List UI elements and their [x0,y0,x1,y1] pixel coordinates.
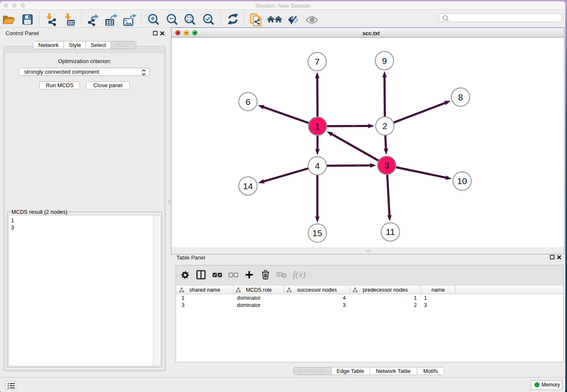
svg-text:4: 4 [315,161,320,171]
svg-text:11: 11 [386,227,395,237]
svg-text:2: 2 [383,121,388,131]
svg-text:7: 7 [315,57,320,66]
svg-text:9: 9 [382,56,387,66]
svg-text:15: 15 [312,228,322,238]
svg-text:10: 10 [457,176,467,186]
svg-text:3: 3 [384,160,389,170]
svg-text:8: 8 [458,92,463,102]
svg-text:1: 1 [315,121,320,131]
svg-text:6: 6 [245,97,250,107]
svg-text:14: 14 [243,181,253,191]
